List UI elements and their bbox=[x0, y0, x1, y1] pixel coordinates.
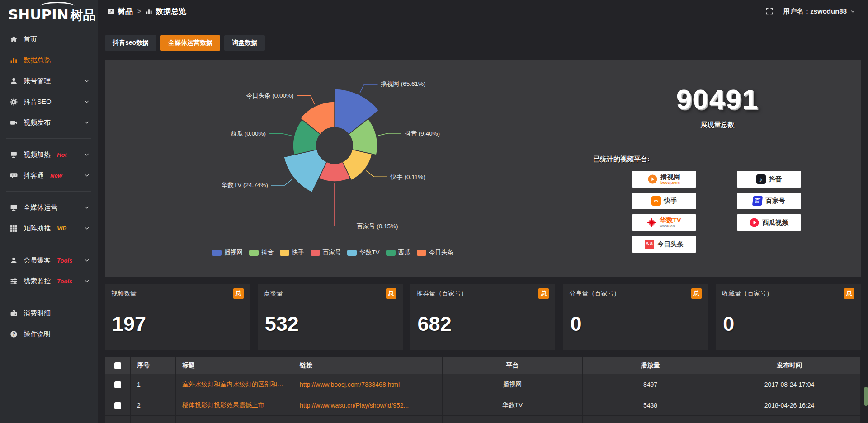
person-icon bbox=[10, 257, 18, 264]
sidebar-item-instructions[interactable]: ? 操作说明 bbox=[0, 324, 98, 344]
sliders-icon bbox=[10, 277, 18, 285]
sidebar-item-consumption-detail[interactable]: 消费明细 bbox=[0, 303, 98, 324]
sidebar-item-douyin-seo[interactable]: 抖音SEO bbox=[0, 91, 98, 112]
table-row: 1 室外水纹灯和室内水纹灯的区别和简介 http://www.boosj.com… bbox=[105, 374, 861, 395]
tools-tag: Tools bbox=[57, 257, 72, 264]
pie-slice-华数TV[interactable] bbox=[284, 150, 327, 193]
breadcrumb: 树品 > 数据总览 bbox=[108, 6, 186, 17]
row-platform: 播视网 bbox=[443, 374, 583, 395]
sidebar-item-video-publish[interactable]: 视频发布 bbox=[0, 112, 98, 133]
total-badge[interactable]: 总 bbox=[386, 288, 396, 299]
breadcrumb-root[interactable]: 树品 bbox=[118, 6, 133, 17]
xigua-logo-icon bbox=[750, 218, 759, 227]
sidebar-item-omnimedia-operation[interactable]: 全媒体运营 bbox=[0, 197, 98, 218]
toutiao-logo-icon: 头条 bbox=[645, 240, 654, 249]
pie-label: 快手 (0.11%) bbox=[390, 174, 425, 180]
user-menu[interactable]: 用户名：zswodun88 bbox=[783, 7, 855, 16]
breadcrumb-separator: > bbox=[137, 8, 141, 15]
legend-swatch bbox=[311, 250, 320, 256]
row-checkbox[interactable] bbox=[114, 402, 121, 409]
total-badge[interactable]: 总 bbox=[233, 288, 244, 299]
row-index: 1 bbox=[131, 374, 176, 395]
stat-value: 197 bbox=[112, 312, 146, 335]
platform-grid: 播视网boosj.com ♪ 抖音 ∞ 快手 百 百家号 华数TVwasu.cn… bbox=[632, 171, 847, 253]
legend-swatch bbox=[386, 250, 396, 256]
breadcrumb-current[interactable]: 数据总览 bbox=[156, 6, 186, 17]
legend-item[interactable]: 抖音 bbox=[249, 249, 274, 257]
pie-chart-zone: 播视网 (65.61%)抖音 (9.40%)快手 (0.11%)百家号 (0.1… bbox=[105, 60, 561, 277]
video-url-link[interactable]: http://www.boosj.com/7338468.html bbox=[300, 381, 436, 388]
tab-omnimedia-operation-data[interactable]: 全媒体运营数据 bbox=[160, 35, 220, 51]
douyin-logo-icon: ♪ bbox=[756, 174, 766, 184]
legend-swatch bbox=[249, 250, 259, 256]
fullscreen-icon[interactable] bbox=[766, 8, 773, 15]
total-badge[interactable]: 总 bbox=[538, 288, 549, 299]
data-tabs: 抖音seo数据 全媒体运营数据 询盘数据 bbox=[105, 35, 868, 51]
tools-tag: Tools bbox=[57, 278, 72, 285]
scrollbar-thumb[interactable] bbox=[864, 387, 868, 406]
app-square-icon bbox=[108, 8, 114, 15]
platform-badge-xigua[interactable]: 西瓜视频 bbox=[737, 214, 801, 231]
kuaishou-logo-icon: ∞ bbox=[651, 196, 661, 206]
pie-label: 百家号 (0.15%) bbox=[357, 223, 398, 230]
platform-badge-douyin[interactable]: ♪ 抖音 bbox=[737, 171, 801, 188]
chevron-down-icon bbox=[84, 173, 90, 178]
total-badge[interactable]: 总 bbox=[844, 288, 854, 299]
chevron-down-icon bbox=[84, 205, 90, 210]
sidebar-item-account-management[interactable]: 账号管理 bbox=[0, 70, 98, 91]
sidebar-item-doketong[interactable]: 抖客通 New bbox=[0, 165, 98, 186]
sidebar-item-member-baoke[interactable]: 会员爆客 Tools bbox=[0, 250, 98, 271]
video-title-link[interactable]: 楼体投影灯投影效果震撼上市 bbox=[182, 401, 287, 409]
platform-badge-toutiao[interactable]: 头条 今日头条 bbox=[632, 236, 696, 253]
gear-icon bbox=[10, 98, 18, 106]
select-all-checkbox[interactable] bbox=[114, 362, 121, 369]
legend-item[interactable]: 百家号 bbox=[311, 249, 341, 257]
boosj-logo-icon bbox=[648, 174, 657, 184]
rose-pie-chart[interactable]: 播视网 (65.61%)抖音 (9.40%)快手 (0.11%)百家号 (0.1… bbox=[105, 60, 561, 247]
platform-badge-baijiahao[interactable]: 百 百家号 bbox=[737, 193, 801, 209]
stat-value: 682 bbox=[418, 312, 452, 335]
logo-text-cn: 树品 bbox=[71, 8, 96, 22]
platform-badge-kuaishou[interactable]: ∞ 快手 bbox=[632, 193, 696, 209]
sidebar-group-divider bbox=[6, 191, 91, 192]
question-circle-icon: ? bbox=[10, 330, 18, 338]
sidebar-item-data-overview[interactable]: 数据总览 bbox=[0, 50, 98, 70]
stat-value: 532 bbox=[265, 312, 299, 335]
pie-label-line bbox=[297, 95, 315, 104]
stat-card-favorites: 收藏量（百家号）总 0 bbox=[716, 284, 861, 350]
legend-item[interactable]: 今日头条 bbox=[417, 249, 453, 257]
pie-label-line bbox=[335, 183, 354, 226]
platform-badge-boosj[interactable]: 播视网boosj.com bbox=[632, 171, 696, 188]
legend-swatch bbox=[212, 250, 222, 256]
sidebar-item-matrix-boost[interactable]: 矩阵助推 VIP bbox=[0, 218, 98, 239]
stat-cards-row: 视频数量总 197 点赞量总 532 推荐量（百家号）总 682 分享量（百家号… bbox=[105, 284, 861, 350]
tab-douyin-seo-data[interactable]: 抖音seo数据 bbox=[105, 35, 156, 51]
chevron-down-icon bbox=[850, 9, 855, 14]
chevron-down-icon bbox=[84, 258, 90, 263]
bar-chart-icon bbox=[146, 8, 152, 15]
video-table: 序号 标题 链接 平台 播放量 发布时间 1 室外水纹灯和室内水纹灯的区别和简介… bbox=[105, 357, 861, 423]
row-checkbox[interactable] bbox=[114, 381, 121, 388]
stat-card-likes: 点赞量总 532 bbox=[258, 284, 403, 350]
chevron-down-icon bbox=[84, 226, 90, 231]
legend-item[interactable]: 华数TV bbox=[347, 249, 379, 257]
platform-badge-wasu[interactable]: 华数TVwasu.cn bbox=[632, 214, 696, 231]
stat-value: 0 bbox=[570, 312, 581, 335]
legend-item[interactable]: 快手 bbox=[280, 249, 304, 257]
total-badge[interactable]: 总 bbox=[691, 288, 702, 299]
table-header-row: 序号 标题 链接 平台 播放量 发布时间 bbox=[105, 357, 861, 374]
sidebar-item-video-heat[interactable]: 视频加热 Hot bbox=[0, 144, 98, 165]
wasu-logo-icon bbox=[647, 218, 656, 227]
wallet-icon bbox=[10, 310, 18, 317]
pie-label: 今日头条 (0.00%) bbox=[246, 92, 294, 99]
video-url-link[interactable]: http://www.wasu.cn/Play/show/id/952... bbox=[300, 402, 436, 409]
sidebar-item-home[interactable]: 首页 bbox=[0, 29, 98, 50]
chevron-down-icon bbox=[84, 78, 90, 84]
video-title-link[interactable]: 室外水纹灯和室内水纹灯的区别和简介 bbox=[182, 381, 287, 389]
tab-inquiry-data[interactable]: 询盘数据 bbox=[224, 35, 265, 51]
chevron-down-icon bbox=[84, 120, 90, 125]
sidebar-item-lead-monitor[interactable]: 线索监控 Tools bbox=[0, 271, 98, 291]
legend-item[interactable]: 西瓜 bbox=[386, 249, 410, 257]
legend-item[interactable]: 播视网 bbox=[212, 249, 243, 257]
pie-label-line bbox=[378, 133, 402, 136]
